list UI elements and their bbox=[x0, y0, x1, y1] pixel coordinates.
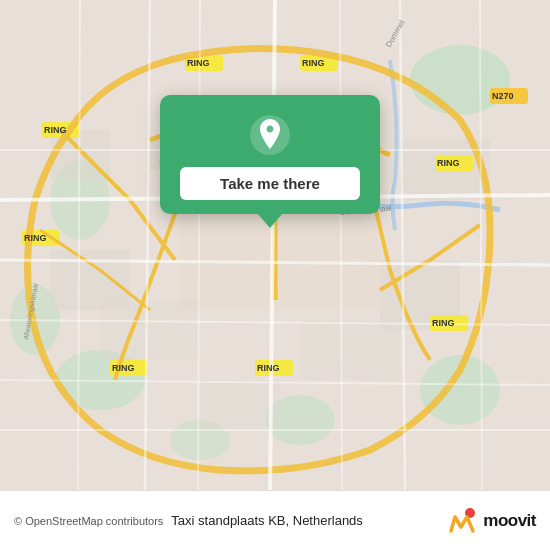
svg-text:RING: RING bbox=[44, 125, 67, 135]
location-pin-icon bbox=[248, 113, 292, 157]
svg-text:RING: RING bbox=[24, 233, 47, 243]
moovit-icon bbox=[447, 505, 479, 537]
moovit-logo: moovit bbox=[447, 505, 536, 537]
svg-text:RING: RING bbox=[432, 318, 455, 328]
svg-text:RING: RING bbox=[112, 363, 135, 373]
popup-card: Take me there bbox=[160, 95, 380, 214]
take-me-there-button[interactable]: Take me there bbox=[180, 167, 360, 200]
svg-rect-16 bbox=[200, 380, 280, 430]
map-container: Beatrix Kanaal Afwateringskanaal Dommel … bbox=[0, 0, 550, 490]
svg-text:N270: N270 bbox=[492, 91, 514, 101]
attribution-text: © OpenStreetMap contributors bbox=[14, 515, 163, 527]
svg-text:RING: RING bbox=[437, 158, 460, 168]
svg-text:RING: RING bbox=[187, 58, 210, 68]
map-background: Beatrix Kanaal Afwateringskanaal Dommel … bbox=[0, 0, 550, 490]
bottom-bar: © OpenStreetMap contributors Taxi standp… bbox=[0, 490, 550, 550]
svg-point-1 bbox=[410, 45, 510, 115]
location-info: © OpenStreetMap contributors bbox=[14, 515, 163, 527]
svg-text:RING: RING bbox=[302, 58, 325, 68]
svg-text:RING: RING bbox=[257, 363, 280, 373]
moovit-text: moovit bbox=[483, 511, 536, 531]
location-label: Taxi standplaats KB, Netherlands bbox=[171, 513, 363, 528]
svg-rect-15 bbox=[300, 320, 400, 380]
